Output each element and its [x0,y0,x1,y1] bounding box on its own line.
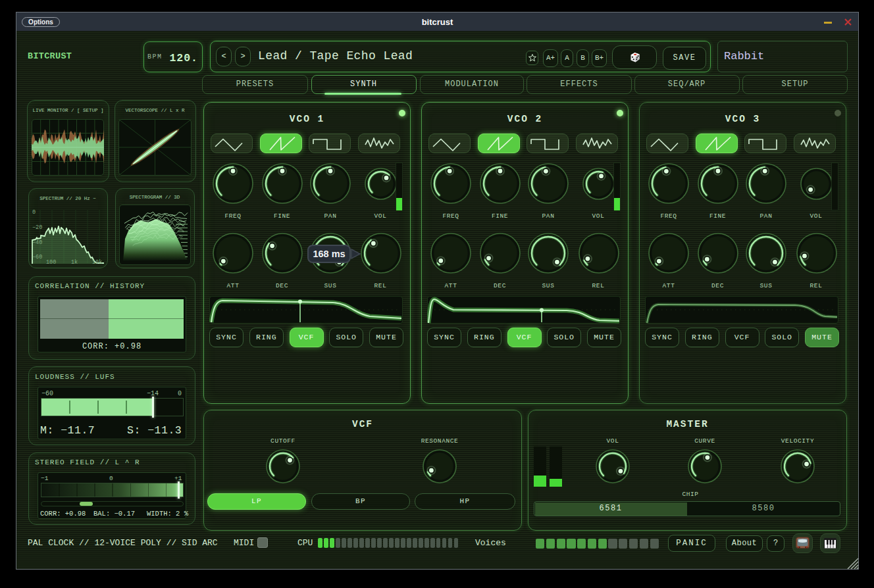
svg-text:10k: 10k [92,259,102,265]
svg-text:−20: −20 [32,224,42,231]
svg-text:−40: −40 [32,239,42,246]
svg-text:−60: −60 [32,254,42,260]
svg-text:100: 100 [46,259,56,265]
svg-text:1k: 1k [71,259,78,265]
svg-text:0: 0 [32,209,36,216]
